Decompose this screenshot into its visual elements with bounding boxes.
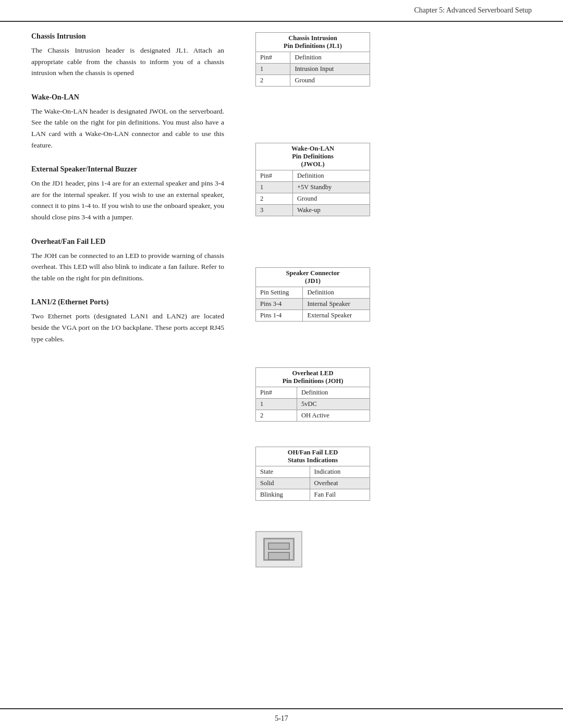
section-external-speaker: External Speaker/Internal Buzzer On the … xyxy=(31,165,224,223)
table-row: 1 Intrusion Input xyxy=(256,64,370,75)
overheat-led-col-header-row: Pin# Definition xyxy=(256,387,370,399)
chassis-intrusion-table: Chassis Intrusion Pin Definitions (JL1) … xyxy=(255,32,370,87)
overheat-led-table: Overheat LED Pin Definitions (JOH) Pin# … xyxy=(255,367,370,422)
wake-on-lan-table-title: Wake-On-LAN Pin Definitions (JWOL) xyxy=(256,143,370,170)
table-title-row: OH/Fan Fail LED Status Indications xyxy=(256,447,370,466)
speaker-row2-pin: Pins 1-4 xyxy=(256,310,303,322)
speaker-connector-col-header-row: Pin Setting Definition xyxy=(256,287,370,299)
overheat-fan-body: The JOH can be connected to an LED to pr… xyxy=(31,250,224,284)
table-row: Solid Overheat xyxy=(256,478,370,489)
wake-on-lan-col1-header: Pin# xyxy=(256,170,293,182)
speaker-connector-table-wrapper: Speaker Connector (JD1) Pin Setting Defi… xyxy=(255,267,433,327)
table-row: Pins 3-4 Internal Speaker xyxy=(256,299,370,310)
overheat-led-col2-header: Definition xyxy=(297,387,370,399)
oh-fan-fail-col1-header: State xyxy=(256,466,310,478)
lan-body: Two Ethernet ports (designated LAN1 and … xyxy=(31,311,224,344)
chassis-intrusion-row2-def: Ground xyxy=(290,75,370,87)
section-lan: LAN1/2 (Ethernet Ports) Two Ethernet por… xyxy=(31,298,224,344)
overheat-led-row1-def: 5vDC xyxy=(297,399,370,410)
overheat-led-table-title: Overheat LED Pin Definitions (JOH) xyxy=(256,368,370,387)
table-row: 1 5vDC xyxy=(256,399,370,410)
page-footer: 5-17 xyxy=(0,708,563,728)
speaker-row1-def: Internal Speaker xyxy=(303,299,370,310)
overheat-led-row2-def: OH Active xyxy=(297,410,370,422)
overheat-led-col1-header: Pin# xyxy=(256,387,297,399)
table-row: 2 OH Active xyxy=(256,410,370,422)
table-title-row: Speaker Connector (JD1) xyxy=(256,268,370,287)
overheat-fan-title: Overheat/Fan Fail LED xyxy=(31,238,224,246)
ethernet-port-inner xyxy=(263,538,295,561)
wake-on-lan-row3-pin: 3 xyxy=(256,205,293,216)
oh-fan-fail-col-header-row: State Indication xyxy=(256,466,370,478)
table-title-row: Overheat LED Pin Definitions (JOH) xyxy=(256,368,370,387)
spacer1 xyxy=(255,112,433,132)
left-column: Chassis Intrusion The Chassis Intrusion … xyxy=(0,32,240,708)
wake-on-lan-table-wrapper: Wake-On-LAN Pin Definitions (JWOL) Pin# … xyxy=(255,143,433,221)
section-overheat-fan: Overheat/Fan Fail LED The JOH can be con… xyxy=(31,238,224,284)
wake-on-lan-row2-def: Ground xyxy=(293,193,370,205)
chapter-title: Chapter 5: Advanced Serverboard Setup xyxy=(414,6,532,14)
chassis-intrusion-col2-header: Definition xyxy=(290,52,370,64)
ethernet-port-icon xyxy=(255,531,302,567)
chassis-intrusion-table-wrapper: Chassis Intrusion Pin Definitions (JL1) … xyxy=(255,32,433,92)
speaker-connector-col1-header: Pin Setting xyxy=(256,287,303,299)
wake-on-lan-title: Wake-On-LAN xyxy=(31,93,224,102)
speaker-connector-table: Speaker Connector (JD1) Pin Setting Defi… xyxy=(255,267,370,322)
speaker-row2-def: External Speaker xyxy=(303,310,370,322)
wake-on-lan-row1-pin: 1 xyxy=(256,182,293,193)
table-title-row: Chassis Intrusion Pin Definitions (JL1) xyxy=(256,33,370,52)
wake-on-lan-body: The Wake-On-LAN header is designated JWO… xyxy=(31,106,224,151)
chassis-intrusion-table-title: Chassis Intrusion Pin Definitions (JL1) xyxy=(256,33,370,52)
table-title-row: Wake-On-LAN Pin Definitions (JWOL) xyxy=(256,143,370,170)
overheat-led-row1-pin: 1 xyxy=(256,399,297,410)
speaker-connector-table-title: Speaker Connector (JD1) xyxy=(256,268,370,287)
chassis-intrusion-body: The Chassis Intrusion header is designat… xyxy=(31,45,224,79)
oh-fan-fail-row1-state: Solid xyxy=(256,478,310,489)
chassis-intrusion-col-header-row: Pin# Definition xyxy=(256,52,370,64)
table-row: 1 +5V Standby xyxy=(256,182,370,193)
spacer3 xyxy=(255,347,433,357)
table-row: 2 Ground xyxy=(256,193,370,205)
external-speaker-body: On the JD1 header, pins 1-4 are for an e… xyxy=(31,178,224,223)
chassis-intrusion-row1-def: Intrusion Input xyxy=(290,64,370,75)
table-row: 2 Ground xyxy=(256,75,370,87)
chassis-intrusion-row1-pin: 1 xyxy=(256,64,290,75)
oh-fan-fail-row1-indication: Overheat xyxy=(310,478,370,489)
oh-fan-fail-row2-state: Blinking xyxy=(256,489,310,501)
right-column: Chassis Intrusion Pin Definitions (JL1) … xyxy=(240,32,448,708)
external-speaker-title: External Speaker/Internal Buzzer xyxy=(31,165,224,174)
section-wake-on-lan: Wake-On-LAN The Wake-On-LAN header is de… xyxy=(31,93,224,151)
oh-fan-fail-row2-indication: Fan Fail xyxy=(310,489,370,501)
oh-fan-fail-table: OH/Fan Fail LED Status Indications State… xyxy=(255,447,370,501)
oh-fan-fail-table-wrapper: OH/Fan Fail LED Status Indications State… xyxy=(255,447,433,506)
speaker-connector-col2-header: Definition xyxy=(303,287,370,299)
wake-on-lan-row3-def: Wake-up xyxy=(293,205,370,216)
wake-on-lan-row1-def: +5V Standby xyxy=(293,182,370,193)
chassis-intrusion-row2-pin: 2 xyxy=(256,75,290,87)
overheat-led-row2-pin: 2 xyxy=(256,410,297,422)
page-number: 5-17 xyxy=(275,714,288,722)
speaker-row1-pin: Pins 3-4 xyxy=(256,299,303,310)
table-row: Blinking Fan Fail xyxy=(256,489,370,501)
lan-title: LAN1/2 (Ethernet Ports) xyxy=(31,298,224,306)
section-chassis-intrusion: Chassis Intrusion The Chassis Intrusion … xyxy=(31,32,224,79)
wake-on-lan-col-header-row: Pin# Definition xyxy=(256,170,370,182)
oh-fan-fail-col2-header: Indication xyxy=(310,466,370,478)
chassis-intrusion-col1-header: Pin# xyxy=(256,52,290,64)
table-row: Pins 1-4 External Speaker xyxy=(256,310,370,322)
page-header: Chapter 5: Advanced Serverboard Setup xyxy=(0,0,563,22)
overheat-led-table-wrapper: Overheat LED Pin Definitions (JOH) Pin# … xyxy=(255,367,433,427)
spacer2 xyxy=(255,241,433,257)
main-content: Chassis Intrusion The Chassis Intrusion … xyxy=(0,22,563,708)
wake-on-lan-col2-header: Definition xyxy=(293,170,370,182)
oh-fan-fail-table-title: OH/Fan Fail LED Status Indications xyxy=(256,447,370,466)
chassis-intrusion-title: Chassis Intrusion xyxy=(31,32,224,41)
wake-on-lan-table: Wake-On-LAN Pin Definitions (JWOL) Pin# … xyxy=(255,143,370,216)
wake-on-lan-row2-pin: 2 xyxy=(256,193,293,205)
page: Chapter 5: Advanced Serverboard Setup Ch… xyxy=(0,0,563,728)
table-row: 3 Wake-up xyxy=(256,205,370,216)
